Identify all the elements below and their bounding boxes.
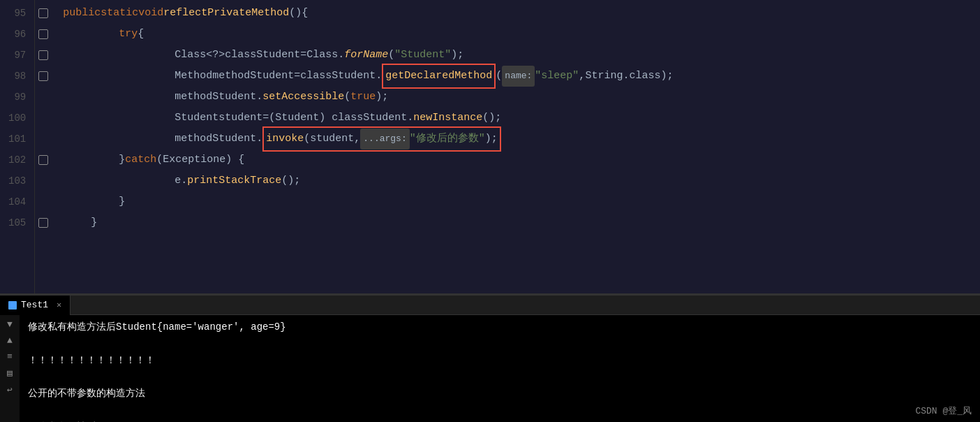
gutter-100 <box>35 108 52 129</box>
marker-95 <box>38 8 48 18</box>
brace-96: { <box>138 24 144 45</box>
tab-test1-label: Test1 <box>21 296 48 315</box>
ln-95: 95 <box>8 3 26 24</box>
ln-99: 99 <box>8 87 26 108</box>
method-student-101: methodStudent. <box>175 129 262 150</box>
code-100: student=(Student) classStudent. <box>218 108 413 129</box>
tab-test1[interactable]: Test1 ✕ <box>0 296 70 315</box>
var-e: e) { <box>219 150 244 170</box>
arrow-down-icon[interactable]: ▼ <box>3 319 17 330</box>
method-printStackTrace: printStackTrace <box>187 170 281 191</box>
ln-97: 97 <box>8 45 26 66</box>
type-string-class: String <box>585 66 623 87</box>
kw-catch: catch <box>125 150 156 170</box>
console-main: 修改私有构造方法后Student{name='wanger', age=9} ！… <box>20 315 980 422</box>
console-content-area: ▼ ▲ ≡ ▤ ↩ 修改私有构造方法后Student{name='wanger'… <box>0 315 980 422</box>
gutter-99 <box>35 87 52 108</box>
console-side-icons: ▼ ▲ ≡ ▤ ↩ <box>0 315 20 422</box>
ln-101: 101 <box>8 129 26 150</box>
dot-class: .class); <box>623 66 673 87</box>
marker-102 <box>38 155 48 165</box>
code-99: methodStudent. <box>175 87 262 108</box>
ln-100: 100 <box>8 108 26 129</box>
code-line-102: } catch ( Exception e) { <box>52 150 980 170</box>
semi-100: (); <box>482 108 501 129</box>
type-method: Method <box>175 66 212 87</box>
marker-96 <box>38 29 48 39</box>
gutter-102 <box>35 150 52 170</box>
marker-98 <box>38 71 48 81</box>
code-line-96: try { <box>52 24 980 45</box>
ln-103: 103 <box>8 170 26 191</box>
method-reflect: reflectPrivateMethod <box>163 3 289 24</box>
filter-icon[interactable]: ▤ <box>3 368 17 379</box>
close-brace-105: } <box>91 212 97 233</box>
paren-101: (student, <box>304 129 360 150</box>
code-line-95: public static void reflectPrivateMethod … <box>52 3 980 24</box>
method-setAccessible: setAccessible <box>262 87 344 108</box>
line-numbers: 95 96 97 98 99 100 101 102 103 104 105 <box>0 0 35 293</box>
gutter-105 <box>35 212 52 233</box>
var-classStudent: classStudent=Class. <box>225 45 344 66</box>
str-sleep: "sleep" <box>535 66 579 87</box>
str-modified-param: "修改后的参数" <box>410 129 485 150</box>
list-icon[interactable]: ≡ <box>3 351 17 362</box>
code-container: 95 96 97 98 99 100 101 102 103 104 105 <box>0 0 980 293</box>
console-line-3: 公开的不带参数的构造方法 <box>28 386 972 402</box>
param-hint-args: ...args: <box>360 129 409 150</box>
tab-close-icon[interactable]: ✕ <box>57 296 61 315</box>
rest-99: ( <box>344 87 350 108</box>
gutter-96 <box>35 24 52 45</box>
gutter <box>35 0 52 293</box>
arrow-up-icon[interactable]: ▲ <box>3 335 17 346</box>
wrap-icon[interactable]: ↩ <box>3 384 17 395</box>
gutter-98 <box>35 66 52 87</box>
str-student: "Student" <box>394 45 451 66</box>
code-line-98: Method methodStudent=classStudent. getDe… <box>52 66 980 87</box>
kw-public: public <box>63 3 101 24</box>
kw-void: void <box>138 3 163 24</box>
ln-96: 96 <box>8 24 26 45</box>
code-line-103: e. printStackTrace (); <box>52 170 980 191</box>
code-lines[interactable]: public static void reflectPrivateMethod … <box>52 0 980 293</box>
ln-105: 105 <box>8 212 26 233</box>
code-line-99: methodStudent. setAccessible ( true ); <box>52 87 980 108</box>
console-line-2: ！！！！！！！！！！！！！ <box>28 353 972 370</box>
semi-103: (); <box>281 170 300 191</box>
paren-95: (){ <box>289 3 308 24</box>
comma-98: , <box>579 66 585 87</box>
ln-98: 98 <box>8 66 26 87</box>
ln-102: 102 <box>8 150 26 170</box>
console-line-1: 修改私有构造方法后Student{name='wanger', age=9} <box>28 319 972 336</box>
semi-99: ); <box>376 87 388 108</box>
method-invoke: invoke <box>266 129 304 150</box>
kw-try: try <box>119 24 138 45</box>
method-newInstance: newInstance <box>413 108 482 129</box>
close-brace-104: } <box>119 191 125 212</box>
method-getDeclared: getDeclaredMethod <box>385 70 492 82</box>
csdn-watermark: CSDN @登_风 <box>915 405 972 417</box>
tab-bar[interactable]: Test1 ✕ <box>0 296 980 315</box>
ln-104: 104 <box>8 191 26 212</box>
code-103: e. <box>175 170 187 191</box>
code-line-97: Class<?> classStudent=Class. forName ( "… <box>52 45 980 66</box>
type-exception: Exception <box>163 150 219 170</box>
param-hint-name: name: <box>502 66 535 87</box>
method-forName: forName <box>344 45 388 66</box>
gutter-104 <box>35 191 52 212</box>
marker-105 <box>38 218 48 228</box>
code-line-100: Student student=(Student) classStudent. … <box>52 108 980 129</box>
kw-static: static <box>101 3 138 24</box>
gutter-103 <box>35 170 52 191</box>
semi-97: ); <box>451 45 463 66</box>
paren-97: ( <box>388 45 394 66</box>
bottom-panel: Test1 ✕ ▼ ▲ ≡ ▤ ↩ 修改私有构造方法后Student{name=… <box>0 294 980 422</box>
type-class: Class<?> <box>175 45 225 66</box>
kw-true: true <box>350 87 376 108</box>
code-line-101: methodStudent. invoke (student, ...args:… <box>52 129 980 150</box>
gutter-97 <box>35 45 52 66</box>
var-method-student: methodStudent=classStudent. <box>212 66 382 87</box>
console-icon <box>8 301 17 310</box>
code-line-104: } <box>52 191 980 212</box>
red-box-getDeclared: getDeclaredMethod <box>382 64 496 89</box>
